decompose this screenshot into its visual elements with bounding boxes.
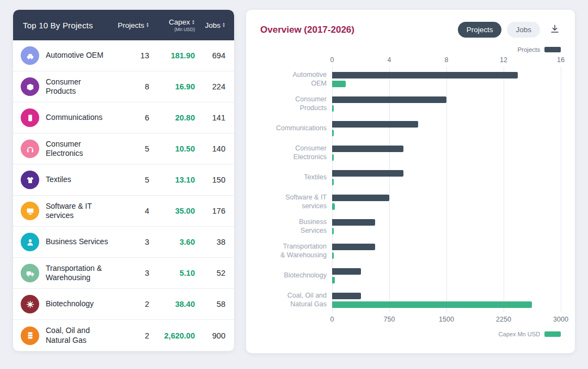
projects-value: 2	[115, 331, 149, 340]
projects-bar[interactable]	[332, 268, 361, 275]
projects-bar[interactable]	[332, 72, 518, 78]
table-row[interactable]: Automotive OEM 13 181.90 694	[13, 40, 234, 71]
table-header: Top 10 By Projects Projects ▲▼ Capex ▲▼ …	[13, 10, 234, 40]
capex-bar[interactable]	[332, 81, 346, 87]
sector-cell: Software & IT services	[21, 202, 115, 221]
column-label: Projects	[118, 21, 144, 29]
toggle-projects[interactable]: Projects	[458, 22, 502, 38]
projects-bar[interactable]	[332, 195, 389, 201]
virus-icon	[21, 295, 39, 313]
table-row[interactable]: Transportation & Warehousing 3 5.10 52	[13, 258, 234, 289]
dashboard-page: Top 10 By Projects Projects ▲▼ Capex ▲▼ …	[0, 0, 588, 369]
sector-cell: Communications	[21, 108, 115, 127]
table-row[interactable]: Software & IT services 4 35.00 176	[13, 196, 234, 227]
table-row[interactable]: Textiles 5 13.10 150	[13, 165, 234, 196]
bottom-axis-tick: 2250	[496, 316, 511, 323]
person-icon	[21, 233, 39, 251]
table-row[interactable]: Coal, Oil and Natural Gas 2 2,620.00 900	[13, 320, 234, 351]
sort-icon[interactable]: ▲▼	[222, 22, 225, 28]
sector-cell: Automotive OEM	[21, 46, 115, 65]
projects-bar[interactable]	[332, 121, 418, 128]
category-label: Transportation & Warehousing	[260, 239, 327, 263]
column-header-jobs[interactable]: Jobs ▲▼	[195, 21, 225, 29]
projects-value: 13	[115, 51, 149, 60]
chart-bar-row	[332, 239, 561, 263]
capex-value: 2,620.00	[149, 331, 195, 340]
shirt-icon	[21, 171, 39, 189]
sector-name: Coal, Oil and Natural Gas	[46, 326, 115, 345]
projects-bar[interactable]	[332, 219, 375, 226]
capex-bar[interactable]	[332, 130, 334, 136]
legend-projects: Projects	[260, 46, 561, 53]
jobs-value: 224	[195, 82, 225, 91]
overview-chart-card: Overview (2017-2026) Projects Jobs Proje…	[246, 10, 575, 353]
table-row[interactable]: Communications 6 20.80 141	[13, 102, 234, 134]
chart-bar-row	[332, 92, 561, 116]
sector-name: Automotive OEM	[46, 51, 107, 61]
column-header-capex[interactable]: Capex ▲▼ (Mn USD)	[149, 18, 195, 32]
projects-swatch	[544, 47, 561, 52]
table-row[interactable]: Consumer Electronics 5 10.50 140	[13, 134, 234, 165]
bottom-axis-tick: 0	[330, 316, 334, 323]
sector-name: Software & IT services	[46, 202, 115, 221]
capex-bar[interactable]	[332, 277, 335, 283]
projects-bar[interactable]	[332, 293, 361, 299]
projects-value: 2	[115, 300, 149, 308]
projects-value: 5	[115, 144, 149, 153]
top-axis-tick: 0	[330, 56, 334, 64]
category-label: Business Services	[260, 214, 327, 239]
capex-bar[interactable]	[332, 154, 334, 161]
toggle-jobs[interactable]: Jobs	[507, 22, 540, 38]
top-axis-tick: 16	[557, 56, 565, 64]
jobs-value: 58	[195, 300, 225, 308]
capex-bar[interactable]	[332, 203, 335, 210]
chart-bar-row	[332, 263, 561, 288]
capex-bar[interactable]	[332, 252, 334, 259]
table-row[interactable]: Consumer Products 8 16.90 224	[13, 71, 234, 102]
car-icon	[21, 46, 39, 65]
download-icon	[550, 24, 560, 34]
category-label: Biotechnology	[260, 263, 327, 288]
sector-cell: Coal, Oil and Natural Gas	[21, 326, 115, 345]
top10-table-card: Top 10 By Projects Projects ▲▼ Capex ▲▼ …	[13, 10, 234, 351]
bottom-axis-tick: 1500	[439, 316, 454, 323]
projects-bar[interactable]	[332, 244, 375, 250]
category-label: Consumer Products	[260, 92, 327, 116]
chart-bar-row	[332, 288, 561, 312]
legend-label: Capex Mn USD	[499, 331, 540, 337]
projects-value: 6	[115, 113, 149, 122]
sector-cell: Business Services	[21, 233, 115, 251]
projects-bar[interactable]	[332, 170, 403, 177]
jobs-value: 900	[195, 331, 225, 340]
capex-bar[interactable]	[332, 105, 334, 112]
capex-bar[interactable]	[332, 228, 334, 234]
top-axis-tick: 4	[388, 56, 391, 64]
legend-label: Projects	[517, 46, 540, 53]
category-label: Communications	[260, 116, 327, 141]
jobs-value: 141	[195, 113, 225, 122]
projects-value: 5	[115, 176, 149, 184]
sector-cell: Consumer Products	[21, 77, 115, 96]
projects-bar[interactable]	[332, 146, 403, 152]
capex-value: 181.90	[149, 51, 195, 60]
table-row[interactable]: Biotechnology 2 38.40 58	[13, 289, 234, 320]
table-row[interactable]: Business Services 3 3.60 38	[13, 227, 234, 258]
chart-bar-row	[332, 165, 561, 190]
gridline	[561, 67, 561, 312]
table-body: Automotive OEM 13 181.90 694 Consumer Pr…	[13, 40, 234, 351]
chart-bar-row	[332, 214, 561, 239]
capex-value: 10.50	[149, 144, 195, 153]
projects-value: 3	[115, 269, 149, 277]
projects-bar[interactable]	[332, 96, 446, 103]
jobs-value: 694	[195, 51, 225, 60]
monitor-icon	[21, 202, 39, 220]
sector-name: Business Services	[46, 237, 111, 247]
column-header-projects[interactable]: Projects ▲▼	[115, 21, 149, 29]
capex-bar[interactable]	[332, 179, 334, 185]
download-button[interactable]	[549, 23, 561, 37]
capex-value: 38.40	[149, 300, 195, 308]
category-label: Software & IT services	[260, 190, 327, 214]
category-label: Coal, Oil and Natural Gas	[260, 288, 327, 312]
capex-bar[interactable]	[332, 301, 532, 308]
chart-plot-body: Automotive OEMConsumer ProductsCommunica…	[260, 67, 561, 312]
